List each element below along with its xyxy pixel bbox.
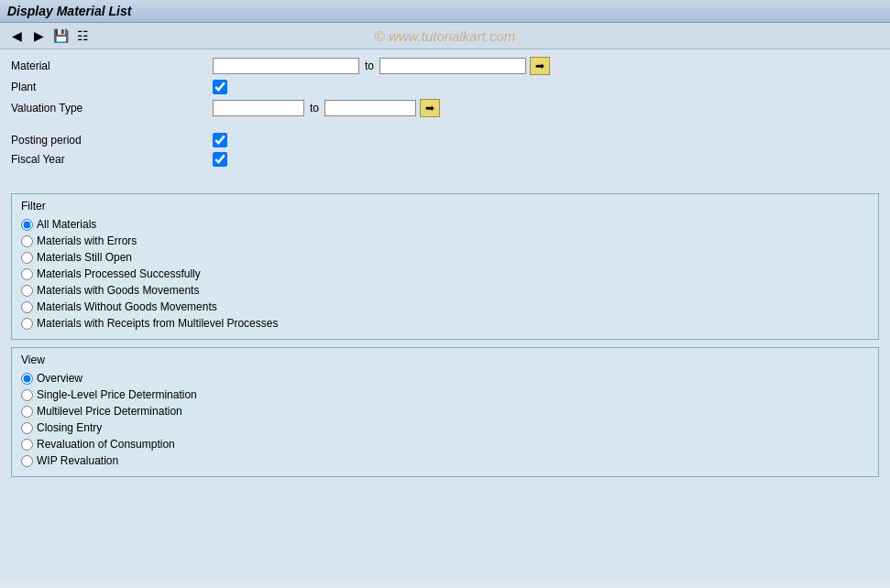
plant-row: Plant	[11, 80, 879, 94]
filter-option-label: All Materials	[37, 218, 96, 231]
view-section: View OverviewSingle-Level Price Determin…	[11, 347, 879, 477]
view-option-row: Closing Entry	[21, 421, 869, 434]
material-to-label: to	[365, 60, 374, 72]
view-option-label: Revaluation of Consumption	[37, 438, 175, 451]
forward-icon[interactable]: ▶	[29, 27, 48, 45]
filter-option-row: Materials Processed Successfully	[21, 267, 869, 280]
view-radio-1[interactable]	[21, 389, 33, 401]
toolbar: ◀ ▶ 💾 ☷ © www.tutorialkart.com	[0, 23, 890, 49]
view-section-title: View	[21, 354, 869, 366]
filter-option-row: Materials with Goods Movements	[21, 284, 869, 297]
filter-option-label: Materials Without Goods Movements	[37, 300, 217, 313]
fiscal-year-label: Fiscal Year	[11, 153, 213, 166]
filter-radio-6[interactable]	[21, 318, 33, 330]
view-option-label: Single-Level Price Determination	[37, 388, 197, 401]
fiscal-year-checkbox[interactable]	[213, 152, 227, 167]
filter-radio-4[interactable]	[21, 285, 33, 297]
posting-period-label: Posting period	[11, 134, 213, 147]
view-option-row: Overview	[21, 372, 869, 385]
fiscal-year-row: Fiscal Year	[11, 152, 879, 167]
view-option-label: WIP Revaluation	[37, 454, 118, 467]
view-radio-5[interactable]	[21, 455, 33, 467]
filter-option-row: Materials with Errors	[21, 234, 869, 247]
filter-radio-5[interactable]	[21, 301, 33, 313]
valuation-type-to-input[interactable]	[324, 100, 416, 116]
title-bar: Display Material List	[0, 0, 890, 23]
filter-radio-3[interactable]	[21, 268, 33, 280]
filter-option-label: Materials with Goods Movements	[37, 284, 199, 297]
view-option-row: WIP Revaluation	[21, 454, 869, 467]
view-option-row: Single-Level Price Determination	[21, 388, 869, 401]
filter-section-title: Filter	[21, 200, 869, 212]
local-menu-icon[interactable]: ☷	[73, 27, 92, 45]
view-option-row: Multilevel Price Determination	[21, 405, 869, 418]
view-radio-4[interactable]	[21, 439, 33, 451]
filter-option-row: Materials Without Goods Movements	[21, 300, 869, 313]
filter-options: All MaterialsMaterials with ErrorsMateri…	[21, 218, 869, 330]
valuation-type-arrow-button[interactable]: ➡	[420, 99, 440, 117]
view-options: OverviewSingle-Level Price Determination…	[21, 372, 869, 467]
view-option-label: Multilevel Price Determination	[37, 405, 182, 418]
view-radio-2[interactable]	[21, 406, 33, 418]
filter-option-row: Materials Still Open	[21, 251, 869, 264]
view-option-label: Overview	[37, 372, 82, 385]
main-content: Material to ➡ Plant Valuation Type to ➡ …	[0, 49, 890, 583]
valuation-type-row: Valuation Type to ➡	[11, 99, 879, 117]
view-radio-3[interactable]	[21, 422, 33, 434]
filter-option-label: Materials Processed Successfully	[37, 267, 201, 280]
filter-option-row: Materials with Receipts from Multilevel …	[21, 317, 869, 330]
save-icon[interactable]: 💾	[51, 27, 70, 45]
filter-radio-0[interactable]	[21, 219, 33, 231]
valuation-type-from-input[interactable]	[213, 100, 304, 116]
material-to-input[interactable]	[379, 58, 526, 74]
filter-radio-2[interactable]	[21, 252, 33, 264]
back-icon[interactable]: ◀	[7, 27, 26, 45]
material-arrow-button[interactable]: ➡	[530, 57, 550, 75]
watermark: © www.tutorialkart.com	[375, 28, 516, 44]
filter-section: Filter All MaterialsMaterials with Error…	[11, 193, 879, 340]
filter-option-label: Materials with Errors	[37, 234, 137, 247]
filter-option-label: Materials Still Open	[37, 251, 132, 264]
view-option-label: Closing Entry	[37, 421, 102, 434]
posting-period-row: Posting period	[11, 133, 879, 147]
filter-option-row: All Materials	[21, 218, 869, 231]
material-from-input[interactable]	[213, 58, 359, 74]
filter-radio-1[interactable]	[21, 235, 33, 247]
plant-label: Plant	[11, 81, 213, 93]
material-row: Material to ➡	[11, 57, 879, 75]
plant-checkbox[interactable]	[213, 80, 227, 94]
filter-option-label: Materials with Receipts from Multilevel …	[37, 317, 278, 330]
valuation-type-label: Valuation Type	[11, 102, 213, 114]
posting-period-checkbox[interactable]	[213, 133, 227, 147]
valuation-to-label: to	[310, 102, 319, 114]
material-label: Material	[11, 60, 213, 72]
view-option-row: Revaluation of Consumption	[21, 438, 869, 451]
page-title: Display Material List	[7, 4, 131, 18]
view-radio-0[interactable]	[21, 373, 33, 385]
